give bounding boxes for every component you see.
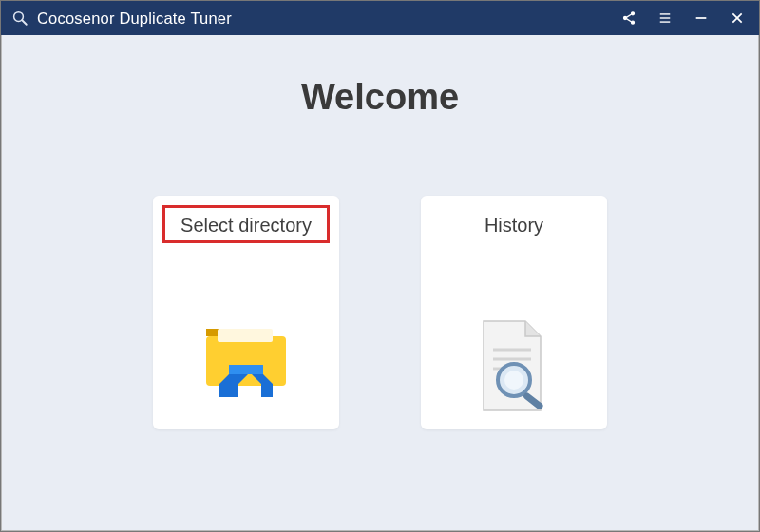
- svg-point-4: [632, 21, 635, 24]
- share-button[interactable]: [613, 2, 645, 34]
- cards-row: Select directory: [153, 196, 607, 429]
- history-card[interactable]: History: [421, 196, 607, 429]
- app-logo-icon: [10, 9, 29, 28]
- folder-explorer-icon: [189, 237, 303, 429]
- select-directory-label: Select directory: [180, 215, 312, 237]
- svg-rect-13: [206, 336, 286, 386]
- app-window: Cocosenor Duplicate Tuner: [1, 1, 759, 531]
- svg-point-19: [504, 370, 523, 390]
- select-directory-card[interactable]: Select directory: [153, 196, 339, 429]
- svg-line-1: [22, 20, 27, 25]
- svg-line-5: [626, 14, 631, 17]
- content-area: Welcome Select directory: [1, 35, 759, 531]
- menu-button[interactable]: [649, 2, 681, 34]
- svg-line-6: [626, 19, 631, 22]
- titlebar: Cocosenor Duplicate Tuner: [1, 1, 759, 35]
- svg-point-2: [632, 12, 635, 15]
- history-label: History: [484, 215, 543, 237]
- minimize-button[interactable]: [685, 2, 717, 34]
- app-title: Cocosenor Duplicate Tuner: [37, 10, 232, 28]
- titlebar-actions: [613, 2, 753, 34]
- close-button[interactable]: [721, 2, 753, 34]
- history-document-search-icon: [466, 237, 561, 429]
- page-title: Welcome: [301, 77, 459, 118]
- svg-rect-14: [218, 329, 273, 342]
- svg-point-3: [624, 17, 627, 20]
